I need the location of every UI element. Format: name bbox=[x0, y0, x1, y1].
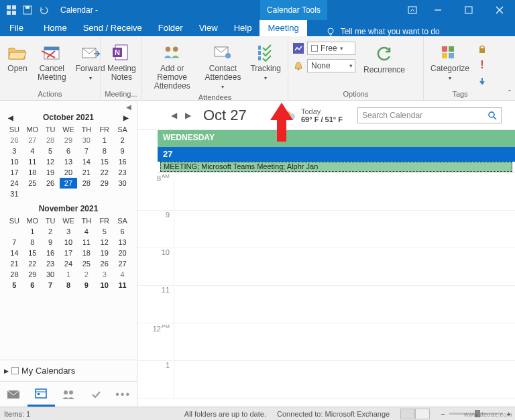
calendar-day[interactable]: 30 bbox=[113, 178, 131, 189]
calendar-day[interactable]: 28 bbox=[42, 135, 60, 146]
calendar-day[interactable]: 13 bbox=[60, 156, 78, 167]
calendar-day[interactable]: 5 bbox=[5, 280, 23, 291]
calendar-day[interactable]: 6 bbox=[23, 280, 42, 291]
private-icon[interactable] bbox=[476, 43, 488, 55]
time-grid[interactable]: 8AM9101112PM1 bbox=[137, 173, 515, 407]
calendar-day[interactable]: 4 bbox=[77, 226, 95, 237]
calendar-day[interactable]: 11 bbox=[113, 280, 131, 291]
calendar-day[interactable]: 25 bbox=[23, 178, 42, 189]
collapse-sidebar-icon[interactable]: ◀ bbox=[0, 103, 137, 111]
calendar-day[interactable]: 30 bbox=[77, 135, 95, 146]
calendar-day[interactable]: 31 bbox=[5, 189, 23, 199]
time-cell[interactable] bbox=[174, 286, 515, 323]
maximize-button[interactable] bbox=[453, 0, 484, 20]
nav-people-icon[interactable] bbox=[55, 382, 82, 407]
calendar-day[interactable]: 7 bbox=[5, 237, 23, 248]
calendar-day[interactable]: 11 bbox=[77, 237, 95, 248]
my-calendars-toggle[interactable]: ▶ My Calendars bbox=[0, 360, 137, 381]
show-as-combo[interactable]: Free ▾ bbox=[307, 42, 355, 55]
ribbon-display-options-icon[interactable] bbox=[402, 0, 422, 20]
calendar-day[interactable]: 16 bbox=[42, 248, 60, 258]
calendar-day[interactable]: 9 bbox=[42, 237, 60, 248]
calendar-day[interactable]: 19 bbox=[95, 248, 113, 258]
time-cell[interactable] bbox=[174, 173, 515, 210]
calendar-day[interactable]: 28 bbox=[77, 178, 95, 189]
next-month-icon[interactable]: ▶ bbox=[121, 113, 131, 123]
calendar-day[interactable]: 11 bbox=[23, 156, 42, 167]
close-button[interactable] bbox=[484, 0, 515, 20]
tab-folder[interactable]: Folder bbox=[150, 20, 191, 36]
cancel-meeting-button[interactable]: Cancel Meeting bbox=[35, 40, 69, 83]
meeting-notes-button[interactable]: N Meeting Notes bbox=[105, 40, 139, 83]
calendar-day[interactable]: 3 bbox=[5, 146, 23, 156]
calendar-day[interactable]: 3 bbox=[60, 226, 78, 237]
calendar-day[interactable]: 14 bbox=[77, 156, 95, 167]
calendar-day[interactable]: 21 bbox=[5, 258, 23, 269]
tab-file[interactable]: File bbox=[0, 20, 36, 36]
prev-month-icon[interactable]: ◀ bbox=[5, 113, 16, 123]
calendar-day[interactable]: 5 bbox=[95, 226, 113, 237]
calendar-day[interactable]: 19 bbox=[42, 167, 60, 178]
calendar-day[interactable]: 3 bbox=[95, 269, 113, 280]
time-row[interactable]: 8AM bbox=[137, 173, 515, 211]
next-day-icon[interactable]: ▶ bbox=[185, 111, 191, 120]
calendar-day[interactable]: 24 bbox=[5, 178, 23, 189]
calendar-day[interactable]: 13 bbox=[113, 237, 131, 248]
calendar-day[interactable]: 9 bbox=[77, 280, 95, 291]
calendar-day[interactable]: 10 bbox=[5, 156, 23, 167]
add-remove-attendees-button[interactable]: Add or Remove Attendees bbox=[146, 40, 198, 92]
calendar-day[interactable]: 21 bbox=[77, 167, 95, 178]
time-cell[interactable] bbox=[174, 323, 515, 360]
collapse-ribbon-icon[interactable]: ˆ bbox=[508, 89, 511, 99]
tab-view[interactable]: View bbox=[191, 20, 226, 36]
calendar-day[interactable]: 29 bbox=[95, 178, 113, 189]
calendar-day[interactable]: 27 bbox=[60, 178, 78, 189]
calendar-day[interactable]: 23 bbox=[42, 258, 60, 269]
low-importance-icon[interactable] bbox=[476, 75, 488, 87]
calendar-day[interactable]: 22 bbox=[95, 167, 113, 178]
calendar-day[interactable]: 7 bbox=[42, 280, 60, 291]
calendar-day[interactable]: 18 bbox=[77, 248, 95, 258]
nav-calendar-icon[interactable] bbox=[27, 382, 55, 407]
time-row[interactable]: 12PM bbox=[137, 323, 515, 361]
time-cell[interactable] bbox=[174, 211, 515, 248]
tell-me-search[interactable]: Tell me what you want to do bbox=[326, 27, 440, 36]
undo-icon[interactable] bbox=[38, 4, 50, 16]
view-toggle[interactable] bbox=[400, 409, 430, 419]
calendar-day[interactable]: 29 bbox=[23, 269, 42, 280]
calendar-day[interactable]: 9 bbox=[113, 146, 131, 156]
calendar-day[interactable]: 6 bbox=[113, 226, 131, 237]
calendar-day[interactable]: 22 bbox=[23, 258, 42, 269]
calendar-day[interactable]: 18 bbox=[23, 167, 42, 178]
calendar-day[interactable]: 14 bbox=[5, 248, 23, 258]
calendar-day[interactable]: 10 bbox=[95, 280, 113, 291]
time-cell[interactable] bbox=[174, 361, 515, 398]
calendar-day[interactable]: 8 bbox=[95, 146, 113, 156]
calendar-day[interactable]: 6 bbox=[60, 146, 78, 156]
allday-event[interactable]: MEETING; Microsoft Teams Meeting; Alphr … bbox=[160, 162, 512, 172]
time-cell[interactable] bbox=[174, 248, 515, 285]
mini-calendar-october[interactable]: ◀ October 2021 ▶ SUMOTUWETHFRSA262728293… bbox=[5, 111, 131, 199]
calendar-day[interactable]: 8 bbox=[60, 280, 78, 291]
nav-more-icon[interactable]: ••• bbox=[109, 382, 137, 407]
calendar-day[interactable]: 2 bbox=[113, 135, 131, 146]
calendar-day[interactable]: 17 bbox=[60, 248, 78, 258]
contact-attendees-button[interactable]: Contact Attendees ▾ bbox=[202, 40, 243, 93]
calendar-day[interactable]: 20 bbox=[113, 248, 131, 258]
nav-mail-icon[interactable] bbox=[0, 382, 27, 407]
calendar-day[interactable]: 5 bbox=[42, 146, 60, 156]
calendar-day[interactable]: 28 bbox=[5, 269, 23, 280]
calendar-day[interactable]: 23 bbox=[113, 167, 131, 178]
calendar-day[interactable]: 27 bbox=[113, 258, 131, 269]
calendar-day[interactable]: 1 bbox=[95, 135, 113, 146]
calendar-day[interactable]: 4 bbox=[113, 269, 131, 280]
time-row[interactable]: 10 bbox=[137, 248, 515, 286]
calendar-day[interactable]: 12 bbox=[95, 237, 113, 248]
calendar-day[interactable]: 20 bbox=[60, 167, 78, 178]
tab-home[interactable]: Home bbox=[36, 20, 75, 36]
calendar-day[interactable]: 15 bbox=[23, 248, 42, 258]
calendar-day[interactable]: 2 bbox=[42, 226, 60, 237]
calendar-day[interactable]: 4 bbox=[23, 146, 42, 156]
app-menu-icon[interactable] bbox=[5, 4, 17, 16]
calendar-day[interactable]: 24 bbox=[60, 258, 78, 269]
